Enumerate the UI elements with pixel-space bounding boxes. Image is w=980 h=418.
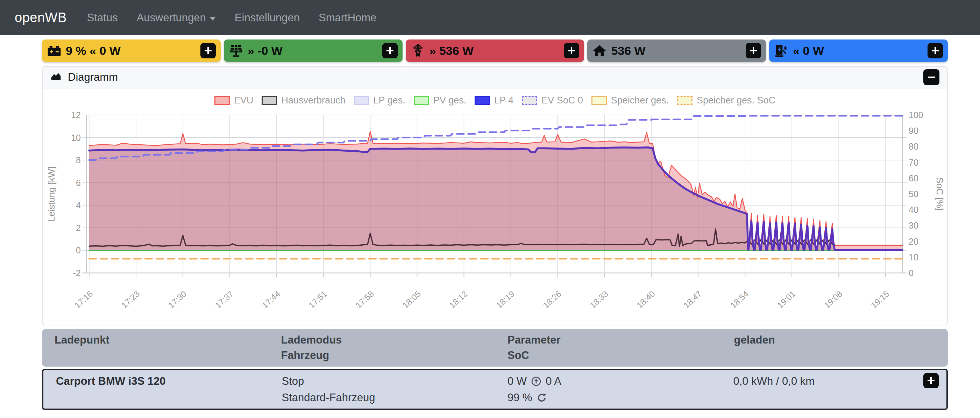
brand-openwb[interactable]: openWB [15, 10, 67, 25]
svg-text:-2: -2 [73, 268, 81, 278]
caret-down-icon [210, 17, 216, 21]
diagram-title: Diagramm [68, 71, 118, 84]
legend-swatch-hausverbrauch [262, 96, 277, 105]
evu-expand-button[interactable] [564, 43, 579, 59]
legend-item-speicher-soc[interactable]: Speicher ges. SoC [677, 95, 775, 106]
main-content: 9 % « 0 W » -0 W » 536 W 536 W [42, 35, 948, 410]
diagram-card-header[interactable]: Diagramm [43, 67, 947, 89]
legend-item-lp-ges[interactable]: LP ges. [354, 95, 406, 106]
cell-geladen: 0,0 kWh / 0,0 km [721, 373, 947, 406]
charging-station-icon [774, 43, 789, 58]
status-badge-evu[interactable]: » 536 W [406, 40, 584, 62]
svg-text:90: 90 [908, 126, 918, 136]
svg-text:17:16: 17:16 [73, 289, 95, 310]
speicher-expand-button[interactable] [200, 43, 216, 59]
svg-text:80: 80 [908, 141, 918, 151]
chart-legend: EVU Hausverbrauch LP ges. PV ges. LP 4 E… [43, 91, 947, 109]
col-parameter: ParameterSoC [495, 332, 722, 363]
svg-text:60: 60 [908, 173, 918, 183]
svg-text:18:54: 18:54 [729, 289, 751, 310]
col-lademodus: LademodusFahrzeug [269, 332, 495, 363]
cell-lademodus-fahrzeug: Stop Standard-Fahrzeug [269, 373, 495, 406]
pv-expand-button[interactable] [382, 43, 398, 59]
legend-swatch-ev-soc [522, 96, 537, 105]
svg-text:40: 40 [908, 205, 918, 215]
ladepunkte-value: « 0 W [793, 44, 824, 58]
legend-item-lp4[interactable]: LP 4 [475, 95, 514, 106]
nav-item-smarthome[interactable]: SmartHome [319, 11, 376, 24]
legend-item-evu[interactable]: EVU [215, 95, 254, 106]
chargepoint-table: Ladepunkt LademodusFahrzeug ParameterSoC… [42, 329, 948, 410]
table-row[interactable]: Carport BMW i3S 120 Stop Standard-Fahrze… [42, 369, 948, 410]
geladen-value: 0,0 kWh / 0,0 km [733, 373, 815, 390]
svg-text:18:12: 18:12 [447, 289, 469, 310]
status-badge-hausverbrauch[interactable]: 536 W [587, 40, 766, 62]
status-badge-pv[interactable]: » -0 W [224, 40, 402, 62]
diagram-card-body: EVU Hausverbrauch LP ges. PV ges. LP 4 E… [43, 89, 947, 325]
svg-text:100: 100 [908, 110, 923, 120]
legend-swatch-lp-ges [354, 96, 369, 105]
lademodus-value: Stop [282, 373, 304, 390]
svg-text:30: 30 [908, 220, 918, 230]
parameter-ampere: 0 A [546, 373, 562, 390]
svg-text:Leistung [kW]: Leistung [kW] [46, 166, 57, 222]
table-header: Ladepunkt LademodusFahrzeug ParameterSoC… [42, 329, 948, 367]
svg-text:12: 12 [71, 110, 81, 120]
solar-panel-icon [229, 43, 243, 58]
nav-item-einstellungen[interactable]: Einstellungen [235, 11, 300, 24]
svg-text:70: 70 [908, 158, 918, 168]
svg-text:18:05: 18:05 [401, 289, 423, 310]
cell-parameter-soc: 0 W 0 A 99 % [495, 373, 721, 406]
home-icon [592, 43, 607, 58]
fahrzeug-value: Standard-Fahrzeug [282, 390, 375, 406]
chart-area-icon [50, 71, 62, 84]
svg-text:18:26: 18:26 [541, 289, 563, 310]
svg-text:4: 4 [76, 200, 81, 210]
legend-item-pv-ges[interactable]: PV ges. [414, 95, 466, 106]
hausverbrauch-expand-button[interactable] [746, 43, 761, 59]
svg-text:17:51: 17:51 [307, 289, 329, 310]
navbar: openWB Status Auswertungen Einstellungen… [0, 0, 980, 35]
svg-text:SoC [%]: SoC [%] [934, 177, 945, 211]
legend-swatch-speicher-ges [592, 96, 607, 105]
nav-item-auswertungen[interactable]: Auswertungen [137, 11, 216, 24]
status-badge-speicher[interactable]: 9 % « 0 W [42, 40, 221, 62]
status-badge-ladepunkte[interactable]: « 0 W [769, 40, 948, 62]
svg-text:18:19: 18:19 [494, 289, 516, 310]
status-badge-row: 9 % « 0 W » -0 W » 536 W 536 W [42, 40, 948, 62]
svg-text:10: 10 [908, 252, 918, 262]
legend-item-speicher-ges[interactable]: Speicher ges. [592, 95, 669, 106]
car-battery-icon [47, 43, 62, 58]
evu-value: » 536 W [430, 44, 474, 58]
svg-text:17:23: 17:23 [119, 289, 142, 310]
svg-text:19:08: 19:08 [822, 289, 844, 310]
soc-value: 99 % [508, 390, 532, 406]
svg-text:18:47: 18:47 [682, 289, 704, 310]
svg-text:6: 6 [76, 178, 81, 188]
refresh-soc-icon[interactable] [536, 393, 547, 403]
legend-swatch-pv-ges [414, 96, 429, 105]
legend-swatch-evu [215, 96, 230, 105]
svg-text:8: 8 [76, 155, 81, 165]
hausverbrauch-value: 536 W [611, 44, 645, 58]
collapse-diagram-button[interactable] [923, 69, 939, 85]
svg-text:0: 0 [76, 245, 81, 255]
svg-text:18:40: 18:40 [635, 289, 657, 310]
target-current-icon [531, 376, 541, 386]
diagram-card: Diagramm EVU Hausverbrauch LP ges. PV ge… [42, 66, 948, 325]
svg-text:19:15: 19:15 [869, 289, 891, 310]
svg-text:17:30: 17:30 [167, 289, 189, 310]
svg-text:10: 10 [71, 133, 81, 142]
legend-item-ev-soc[interactable]: EV SoC 0 [522, 95, 583, 106]
svg-text:17:44: 17:44 [260, 289, 282, 310]
nav-item-status[interactable]: Status [87, 11, 118, 24]
legend-swatch-lp4 [475, 96, 490, 105]
pv-value: » -0 W [248, 44, 283, 58]
speicher-value: 9 % « 0 W [66, 44, 121, 58]
cell-ladepunkt: Carport BMW i3S 120 [43, 373, 269, 406]
svg-text:50: 50 [908, 189, 918, 199]
row-expand-button[interactable] [923, 373, 939, 388]
legend-item-hausverbrauch[interactable]: Hausverbrauch [262, 95, 345, 106]
svg-text:19:01: 19:01 [775, 289, 797, 310]
ladepunkte-expand-button[interactable] [928, 43, 943, 59]
